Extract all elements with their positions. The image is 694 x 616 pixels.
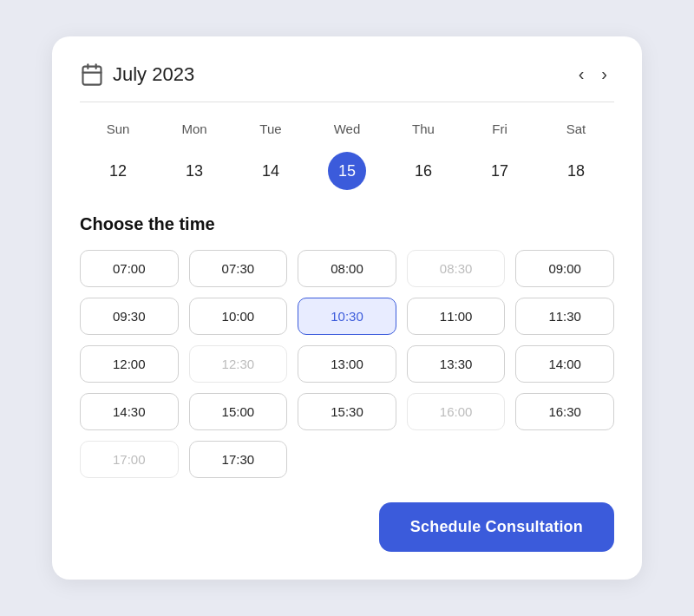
calendar-day[interactable]: 17	[481, 152, 519, 190]
time-slot[interactable]: 09:30	[80, 298, 179, 335]
schedule-consultation-button[interactable]: Schedule Consultation	[379, 502, 614, 552]
time-slot[interactable]: 10:30	[298, 298, 396, 335]
time-slot[interactable]: 13:00	[298, 345, 396, 383]
weekday-label: Mon	[156, 116, 232, 141]
weekday-label: Sat	[538, 116, 614, 141]
time-slot: 17:00	[80, 441, 179, 478]
prev-month-button[interactable]: ‹	[572, 61, 592, 88]
time-slot[interactable]: 07:30	[189, 250, 288, 287]
calendar-day[interactable]: 15	[328, 152, 366, 190]
month-title: July 2023	[113, 63, 194, 86]
time-slot[interactable]: 12:00	[80, 345, 179, 383]
days-row: 12131415161718	[80, 152, 614, 190]
calendar-day[interactable]: 13	[175, 152, 213, 190]
svg-rect-0	[83, 66, 101, 84]
time-slot[interactable]: 09:00	[515, 250, 614, 287]
time-slot[interactable]: 15:00	[189, 393, 288, 430]
header-left: July 2023	[80, 62, 194, 87]
calendar-day[interactable]: 18	[557, 152, 595, 190]
time-slot[interactable]: 08:00	[298, 250, 396, 287]
time-slot: 08:30	[407, 250, 506, 287]
calendar-day[interactable]: 12	[99, 152, 137, 190]
weekday-label: Sun	[80, 116, 156, 141]
time-slot[interactable]: 16:30	[515, 393, 614, 430]
booking-card: July 2023 ‹ › SunMonTueWedThuFriSat 1213…	[52, 36, 642, 580]
weekdays-row: SunMonTueWedThuFriSat	[80, 116, 614, 141]
time-slot[interactable]: 14:00	[515, 345, 614, 383]
time-grid: 07:0007:3008:0008:3009:0009:3010:0010:30…	[80, 250, 614, 478]
calendar-header: July 2023 ‹ ›	[80, 61, 614, 88]
time-slot[interactable]: 15:30	[298, 393, 396, 430]
header-divider	[80, 102, 614, 102]
nav-buttons: ‹ ›	[572, 61, 614, 88]
weekday-label: Wed	[309, 116, 385, 141]
weekday-label: Tue	[232, 116, 309, 141]
time-slot[interactable]: 17:30	[189, 441, 288, 478]
time-slot: 16:00	[407, 393, 506, 430]
choose-time-label: Choose the time	[80, 214, 614, 234]
calendar-day[interactable]: 16	[404, 152, 442, 190]
next-month-button[interactable]: ›	[594, 61, 614, 88]
time-slot[interactable]: 11:30	[515, 298, 614, 335]
time-slot: 12:30	[189, 345, 288, 383]
weekday-label: Thu	[385, 116, 462, 141]
weekday-label: Fri	[462, 116, 538, 141]
calendar-day[interactable]: 14	[252, 152, 290, 190]
time-slot[interactable]: 11:00	[407, 298, 506, 335]
time-slot[interactable]: 14:30	[80, 393, 179, 430]
footer: Schedule Consultation	[80, 502, 614, 552]
time-slot[interactable]: 13:30	[407, 345, 506, 383]
time-slot[interactable]: 07:00	[80, 250, 179, 287]
time-slot[interactable]: 10:00	[189, 298, 288, 335]
calendar-icon	[80, 62, 104, 87]
